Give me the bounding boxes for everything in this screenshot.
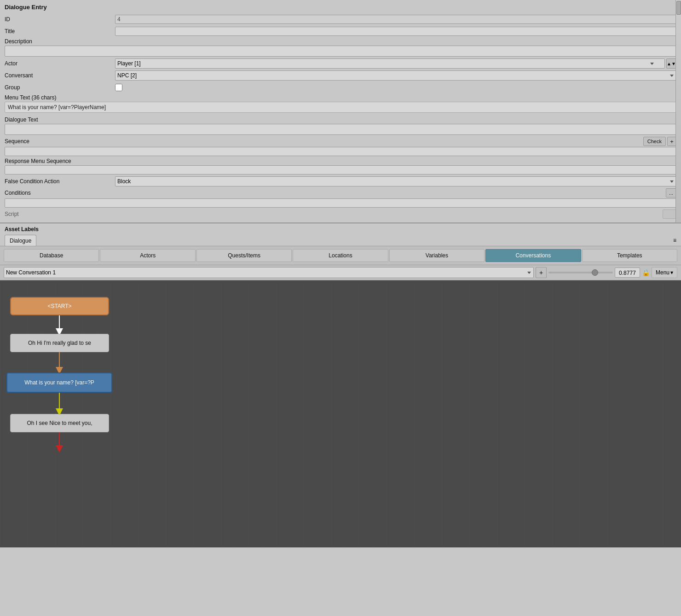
conversant-row: Conversant NPC [2] — [5, 70, 676, 81]
canvas-area[interactable]: <START> Oh Hi I'm really glad to se What… — [0, 280, 681, 547]
asset-labels-bar: Asset Labels — [0, 223, 681, 233]
conditions-section: Conditions ... — [5, 188, 676, 208]
conversant-select[interactable]: NPC [2] — [115, 70, 676, 81]
zoom-slider[interactable] — [548, 272, 613, 273]
conditions-button[interactable]: ... — [666, 188, 676, 198]
tab-locations-label: Locations — [329, 252, 352, 259]
script-label: Script — [5, 211, 115, 217]
check-button[interactable]: Check — [643, 137, 666, 146]
zoom-slider-wrap: 0.8777 🔒 — [548, 267, 650, 278]
tab-actors-label: Actors — [140, 252, 156, 259]
tab-conversations-label: Conversations — [515, 252, 551, 259]
group-label: Group — [5, 84, 115, 91]
title-row: Title — [5, 26, 676, 36]
asset-labels-text: Asset Labels — [5, 226, 39, 232]
scrollbar-thumb[interactable] — [676, 1, 681, 15]
sequence-plus-button[interactable]: + — [667, 137, 676, 146]
group-row: Group — [5, 82, 676, 93]
zoom-value: 0.8777 — [615, 267, 640, 278]
dialogue-text-section: Dialogue Text — [5, 116, 676, 135]
dialogue-tab[interactable]: Dialogue — [5, 235, 36, 246]
panel-title: Dialogue Entry — [5, 4, 676, 11]
menu-button-label: Menu — [656, 269, 669, 276]
conditions-input[interactable] — [5, 198, 676, 208]
title-label: Title — [5, 28, 115, 35]
script-section: Script — [5, 209, 676, 219]
tab-variables[interactable]: Variables — [389, 249, 485, 262]
title-input[interactable] — [115, 27, 676, 36]
conversation-row: New Conversation 1 + 0.8777 🔒 Menu ▾ — [0, 265, 681, 280]
sequence-label: Sequence — [5, 138, 115, 145]
menu-arrow-icon: ▾ — [670, 269, 673, 276]
conv-select-wrap: New Conversation 1 — [4, 267, 534, 278]
tab-actors[interactable]: Actors — [100, 249, 195, 262]
top-panel: Dialogue Entry ID Title Description Acto… — [0, 0, 681, 223]
conv-plus-icon: + — [539, 269, 543, 276]
conversation-select[interactable]: New Conversation 1 — [4, 267, 534, 278]
menu-text-section: Menu Text (36 chars) — [5, 94, 676, 115]
id-label: ID — [5, 16, 115, 23]
actor-arrow-btn[interactable]: ▲▼ — [666, 58, 676, 69]
false-condition-select[interactable]: Block — [115, 176, 676, 186]
response-menu-sequence-input[interactable] — [5, 165, 676, 174]
nav-tabs-row: Database Actors Quests/Items Locations V… — [0, 246, 681, 265]
menu-button[interactable]: Menu ▾ — [652, 267, 677, 278]
sequence-buttons: Check + — [643, 137, 676, 146]
node-text2[interactable]: What is your name? [var=?P — [6, 372, 112, 393]
tab-templates[interactable]: Templates — [582, 249, 677, 262]
description-input[interactable] — [5, 46, 676, 57]
sequence-row: Sequence Check + — [5, 137, 676, 146]
menu-text-input[interactable] — [5, 102, 676, 113]
tab-locations[interactable]: Locations — [293, 249, 388, 262]
script-btn[interactable] — [663, 209, 676, 219]
false-condition-label: False Condition Action — [5, 178, 115, 185]
sequence-section: Sequence Check + — [5, 137, 676, 156]
sequence-input[interactable] — [5, 147, 676, 156]
menu-text-label: Menu Text (36 chars) — [5, 94, 676, 101]
node-text2-label: What is your name? [var=?P — [24, 379, 94, 386]
tab-bar: Dialogue ≡ — [0, 233, 681, 246]
tab-quests-items-label: Quests/Items — [228, 252, 260, 259]
id-row: ID — [5, 14, 676, 24]
tab-database-label: Database — [40, 252, 63, 259]
actor-select[interactable]: Player [1] — [115, 58, 665, 69]
node-text1[interactable]: Oh Hi I'm really glad to se — [10, 334, 109, 352]
tab-database[interactable]: Database — [4, 249, 99, 262]
response-menu-sequence-section: Response Menu Sequence — [5, 158, 676, 174]
false-condition-row: False Condition Action Block — [5, 176, 676, 186]
tab-templates-label: Templates — [617, 252, 642, 259]
tab-quests-items[interactable]: Quests/Items — [196, 249, 292, 262]
lock-icon[interactable]: 🔒 — [642, 269, 650, 276]
description-section: Description — [5, 38, 676, 57]
node-text3-label: Oh I see Nice to meet you, — [27, 420, 92, 426]
node-text3[interactable]: Oh I see Nice to meet you, — [10, 414, 109, 432]
dialogue-tab-label: Dialogue — [10, 238, 31, 244]
conversant-label: Conversant — [5, 72, 115, 79]
tab-conversations[interactable]: Conversations — [485, 249, 581, 262]
description-label: Description — [5, 38, 32, 45]
conversation-plus-button[interactable]: + — [536, 267, 547, 278]
actor-select-wrap: Player [1] ▲▼ — [115, 58, 676, 69]
tab-variables-label: Variables — [426, 252, 448, 259]
group-checkbox[interactable] — [115, 84, 122, 91]
node-start-label: <START> — [47, 303, 71, 309]
conditions-label: Conditions — [5, 190, 115, 196]
dialogue-text-label: Dialogue Text — [5, 116, 676, 123]
node-text1-label: Oh Hi I'm really glad to se — [28, 340, 91, 346]
actor-row: Actor Player [1] ▲▼ — [5, 58, 676, 69]
conditions-row: Conditions ... — [5, 188, 676, 198]
dialogue-text-input[interactable] — [5, 124, 676, 135]
right-scrollbar[interactable] — [675, 0, 681, 222]
actor-label: Actor — [5, 60, 115, 67]
tab-menu-icon[interactable]: ≡ — [673, 237, 676, 244]
response-menu-sequence-label: Response Menu Sequence — [5, 158, 676, 164]
node-start[interactable]: <START> — [10, 297, 109, 315]
id-input[interactable] — [115, 15, 676, 24]
